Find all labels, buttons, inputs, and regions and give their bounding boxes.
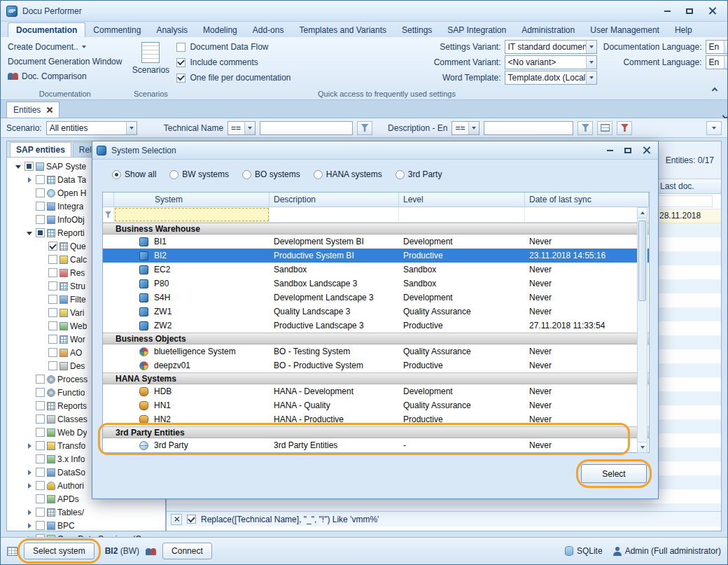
tree-checkbox[interactable]: [48, 335, 57, 344]
expander-icon[interactable]: [14, 162, 22, 171]
expander-icon[interactable]: [25, 176, 34, 184]
tab-sap-entities[interactable]: SAP entities: [10, 142, 71, 157]
minimize-button[interactable]: [657, 5, 677, 18]
tree-checkbox[interactable]: [48, 348, 57, 357]
clear-filter-button[interactable]: [617, 121, 632, 135]
expander-icon[interactable]: [25, 442, 34, 450]
select-system-button[interactable]: Select system: [24, 543, 94, 559]
technical-name-operator-combo[interactable]: ==: [227, 121, 255, 135]
scenario-combo[interactable]: All entities: [46, 121, 137, 135]
level-filter-cell[interactable]: [399, 207, 525, 222]
tree-checkbox[interactable]: [48, 295, 57, 304]
tree-checkbox[interactable]: [36, 188, 45, 197]
tree-checkbox[interactable]: [48, 255, 57, 264]
ribbon-tab-help[interactable]: Help: [667, 23, 700, 37]
tree-item[interactable]: Tables/: [7, 505, 165, 519]
system-row-3rd-party[interactable]: 3rd Party3rd Party Entities-Never: [103, 438, 649, 452]
radio-3rd-party[interactable]: 3rd Party: [396, 169, 442, 179]
doc-comparison-button[interactable]: Doc. Comparison: [5, 69, 125, 83]
create-document-button[interactable]: Create Document..: [5, 39, 125, 54]
tree-checkbox[interactable]: [48, 321, 57, 330]
ribbon-tab-analysis[interactable]: Analysis: [148, 23, 195, 37]
one-file-option[interactable]: One file per documentation: [176, 70, 290, 85]
tree-checkbox[interactable]: [48, 242, 57, 251]
radio-bo-systems[interactable]: BO systems: [242, 169, 300, 179]
scrollbar-thumb[interactable]: [638, 221, 646, 301]
remove-filter-button[interactable]: [171, 514, 182, 525]
system-row[interactable]: ZW1Quality Landscape 3Quality AssuranceN…: [103, 305, 649, 319]
tree-checkbox[interactable]: [36, 428, 45, 437]
description-filter-input[interactable]: [484, 121, 573, 135]
tree-checkbox[interactable]: [36, 481, 45, 490]
documentation-language-combo[interactable]: En: [706, 40, 728, 54]
description-operator-combo[interactable]: ==: [451, 121, 479, 135]
radio-show-all[interactable]: Show all: [112, 169, 156, 179]
description-filter-button[interactable]: [578, 121, 593, 135]
ribbon-tab-addons[interactable]: Add-ons: [245, 23, 292, 37]
ribbon-tab-documentation[interactable]: Documentation: [8, 22, 85, 37]
tree-checkbox[interactable]: [36, 468, 45, 477]
user-status[interactable]: Admin (Full administrator): [612, 546, 721, 556]
dialog-minimize-button[interactable]: [602, 145, 617, 156]
tree-checkbox[interactable]: [36, 375, 45, 384]
technical-name-filter-button[interactable]: [357, 121, 372, 135]
tree-item[interactable]: BPC: [7, 519, 165, 532]
tree-checkbox[interactable]: [48, 268, 57, 277]
ribbon-tab-sap-integration[interactable]: SAP Integration: [440, 23, 514, 37]
technical-name-filter-input[interactable]: [260, 121, 353, 135]
tree-checkbox[interactable]: [48, 361, 57, 370]
grid-scrollbar[interactable]: [637, 207, 648, 453]
expander-icon[interactable]: [25, 468, 34, 477]
system-row[interactable]: ZW2Productive Landscape 3Productive27.11…: [103, 319, 649, 333]
ribbon-tab-commenting[interactable]: Commenting: [85, 23, 148, 37]
expander-icon[interactable]: [25, 522, 34, 530]
expander-icon[interactable]: [25, 482, 34, 490]
system-row[interactable]: BI1Development System BIDevelopmentNever: [103, 235, 649, 249]
scenarios-button[interactable]: Scenarios: [130, 39, 171, 75]
tree-checkbox[interactable]: [36, 414, 45, 424]
column-header-last-doc[interactable]: Last doc.: [655, 179, 713, 193]
include-comments-checkbox[interactable]: [176, 58, 186, 67]
tree-checkbox[interactable]: [36, 228, 45, 237]
tree-checkbox[interactable]: [36, 521, 45, 530]
tree-checkbox[interactable]: [36, 202, 45, 211]
column-header-date-sync[interactable]: Date of last sync: [525, 193, 649, 207]
system-row[interactable]: bluetelligence SystemBO - Testing System…: [103, 344, 649, 358]
column-header-level[interactable]: Level: [399, 193, 525, 207]
tree-checkbox[interactable]: [36, 215, 45, 224]
maximize-button[interactable]: [680, 5, 699, 18]
date-filter-cell[interactable]: [525, 207, 649, 222]
ribbon-tab-administration[interactable]: Administration: [514, 23, 582, 37]
document-data-flow-checkbox[interactable]: [176, 43, 186, 52]
collapse-ribbon-button[interactable]: [708, 83, 722, 95]
tab-entities[interactable]: Entities: [6, 102, 59, 118]
tree-checkbox[interactable]: [36, 401, 45, 410]
scroll-down-button[interactable]: [638, 442, 647, 452]
comment-variant-combo[interactable]: <No variant>: [505, 55, 597, 69]
description-filter-cell[interactable]: [270, 207, 399, 222]
include-comments-option[interactable]: Include comments: [176, 55, 290, 70]
radio-hana-systems[interactable]: HANA systems: [314, 169, 382, 179]
ribbon-tab-templates[interactable]: Templates and Variants: [291, 23, 394, 37]
system-row[interactable]: deepzv01BO - Productive SystemProductive…: [103, 358, 649, 372]
tree-checkbox[interactable]: [36, 441, 45, 450]
system-row[interactable]: HDBHANA - DevelopmentDevelopmentNever: [103, 384, 649, 398]
settings-variant-combo[interactable]: IT standard documen..: [505, 40, 597, 54]
select-button[interactable]: Select: [581, 464, 647, 483]
close-tab-icon[interactable]: [47, 107, 52, 113]
system-row[interactable]: HN1HANA - QualityQuality AssuranceNever: [103, 398, 649, 412]
database-status[interactable]: SQLite: [565, 546, 603, 556]
column-header-description[interactable]: Description: [270, 193, 399, 207]
system-row-selected[interactable]: BI2Productive System BIProductive23.11.2…: [103, 249, 649, 263]
ribbon-tab-user-management[interactable]: User Management: [582, 23, 667, 37]
document-generation-window-button[interactable]: Document Generation Window: [5, 54, 125, 69]
tree-checkbox[interactable]: [36, 508, 45, 517]
tree-checkbox[interactable]: [24, 162, 34, 171]
document-data-flow-option[interactable]: Document Data Flow: [176, 39, 290, 55]
system-row[interactable]: S4HDevelopment Landscape 3DevelopmentNev…: [103, 291, 649, 305]
tree-checkbox[interactable]: [36, 388, 45, 397]
tree-checkbox[interactable]: [48, 281, 57, 291]
dialog-close-button[interactable]: [638, 145, 654, 156]
filter-cell[interactable]: [655, 195, 713, 207]
ribbon-tab-modeling[interactable]: Modeling: [195, 23, 245, 37]
